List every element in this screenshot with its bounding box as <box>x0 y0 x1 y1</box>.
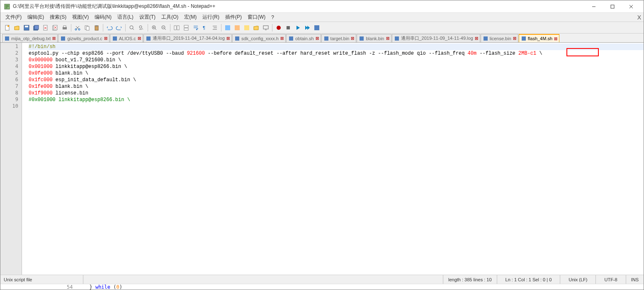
replace-button[interactable] <box>137 23 146 32</box>
maximize-button[interactable] <box>603 1 622 12</box>
tab-close-icon[interactable]: ⊠ <box>554 36 557 41</box>
tab-close-icon[interactable]: ⊠ <box>386 36 389 41</box>
titlebar[interactable]: G:\阿里云平台对接\透传固件\动能世纪调试版\linkkitapp@esp82… <box>0 0 644 13</box>
monitor-button[interactable] <box>261 23 270 32</box>
sync-h-button[interactable] <box>182 23 191 32</box>
tab-close-icon[interactable]: ⊠ <box>280 36 284 41</box>
new-file-button[interactable] <box>3 23 12 32</box>
print-button[interactable] <box>60 23 69 32</box>
tab[interactable]: ALIOS.c⊠ <box>110 34 143 42</box>
tab[interactable]: blank.bin⊠ <box>357 34 391 42</box>
copy-button[interactable] <box>83 23 92 32</box>
menu-window[interactable]: 窗口(W) <box>245 13 268 22</box>
tab-close-icon[interactable]: ⊠ <box>475 36 478 41</box>
tab-close-icon[interactable]: ⊠ <box>138 36 141 41</box>
save-macro-button[interactable] <box>312 23 321 32</box>
toolbar-separator <box>71 24 71 31</box>
tab[interactable]: 通用串口_2019-11-04_17-34-04.log⊠ <box>143 34 232 42</box>
menu-settings[interactable]: 设置(T) <box>137 13 158 22</box>
status-mode[interactable]: INS <box>626 275 644 284</box>
minimize-button[interactable] <box>584 1 603 12</box>
tab-close-icon[interactable]: ⊠ <box>513 36 516 41</box>
folder-button[interactable] <box>252 23 261 32</box>
menu-help[interactable]: ? <box>269 14 277 21</box>
code-content[interactable]: #!/bin/sh esptool.py --chip esp8266 --po… <box>22 43 644 275</box>
tab-close-icon[interactable]: ⊠ <box>351 36 354 41</box>
editor[interactable]: 1 2 3 4 5 6 7 8 9 10 #!/bin/sh esptool.p… <box>0 43 644 275</box>
redo-button[interactable] <box>114 23 124 32</box>
menu-plugins[interactable]: 插件(P) <box>223 13 244 22</box>
svg-rect-26 <box>184 28 188 30</box>
tab[interactable]: target.bin⊠ <box>321 34 357 42</box>
status-position: Ln : 1 Col : 1 Sel : 0 | 0 <box>497 275 560 284</box>
play-multi-button[interactable] <box>303 23 312 32</box>
tab[interactable]: license.bin⊠ <box>481 34 518 42</box>
tab[interactable]: mijia_otp_debug.txt⊠ <box>2 34 58 42</box>
doc-map-button[interactable] <box>233 23 242 32</box>
svg-rect-25 <box>184 25 188 27</box>
line-number: 3 <box>0 57 22 63</box>
menu-run[interactable]: 运行(R) <box>200 13 222 22</box>
status-encoding[interactable]: UTF-8 <box>595 275 625 284</box>
svg-rect-30 <box>244 25 249 30</box>
line-number-gutter: 1 2 3 4 5 6 7 8 9 10 <box>0 43 22 275</box>
func-list-button[interactable] <box>242 23 251 32</box>
undo-button[interactable] <box>105 23 114 32</box>
code-line: 0x1fe000 blank.bin \ <box>29 83 644 90</box>
tab[interactable]: sdk_config_xxxx.h⊠ <box>232 34 286 42</box>
menu-language[interactable]: 语言(L) <box>115 13 136 22</box>
indent-guide-button[interactable] <box>210 23 219 32</box>
window-controls <box>584 1 640 12</box>
save-all-button[interactable] <box>32 23 41 32</box>
tab[interactable]: gizwits_product.c⊠ <box>58 34 109 42</box>
status-eol[interactable]: Unix (LF) <box>560 275 595 284</box>
tabbar: mijia_otp_debug.txt⊠ gizwits_product.c⊠ … <box>0 34 644 43</box>
play-button[interactable] <box>293 23 302 32</box>
svg-text:¶: ¶ <box>203 25 205 30</box>
menu-view[interactable]: 视图(V) <box>70 13 91 22</box>
wrap-button[interactable] <box>191 23 200 32</box>
find-button[interactable] <box>127 23 136 32</box>
menu-macro[interactable]: 宏(M) <box>182 13 199 22</box>
zoom-out-button[interactable] <box>159 23 168 32</box>
zoom-in-button[interactable] <box>150 23 159 32</box>
svg-rect-44 <box>484 36 488 41</box>
menu-file[interactable]: 文件(F) <box>3 13 24 22</box>
show-all-chars-button[interactable]: ¶ <box>201 23 210 32</box>
menubar-close-icon[interactable]: X <box>637 14 641 21</box>
record-button[interactable] <box>274 23 283 32</box>
tab-close-icon[interactable]: ⊠ <box>104 36 107 41</box>
open-file-button[interactable] <box>12 23 22 32</box>
sync-v-button[interactable] <box>172 23 181 32</box>
statusbar: Unix script file length : 385 lines : 10… <box>0 275 644 284</box>
close-button[interactable] <box>622 1 640 12</box>
tab-label: 通用串口_2019-11-09_14-11-49.log <box>401 35 473 41</box>
svg-rect-29 <box>235 25 240 30</box>
paste-button[interactable] <box>92 23 101 32</box>
tab[interactable]: 通用串口_2019-11-09_14-11-49.log⊠ <box>392 34 480 42</box>
window-title: G:\阿里云平台对接\透传固件\动能世纪调试版\linkkitapp@esp82… <box>13 3 584 10</box>
tab-close-icon[interactable]: ⊠ <box>226 36 230 41</box>
tab-active[interactable]: flash_4M.sh⊠ <box>519 34 559 42</box>
svg-rect-7 <box>34 25 39 29</box>
svg-rect-41 <box>324 36 328 41</box>
svg-point-19 <box>130 26 133 29</box>
tab-close-icon[interactable]: ⊠ <box>52 36 56 41</box>
menu-search[interactable]: 搜索(S) <box>47 13 69 22</box>
line-number: 6 <box>0 77 22 83</box>
lang-button[interactable] <box>223 23 232 32</box>
file-icon <box>234 36 240 41</box>
svg-rect-40 <box>289 36 293 41</box>
tab-close-icon[interactable]: ⊠ <box>316 36 319 41</box>
save-button[interactable] <box>22 23 31 32</box>
menu-encoding[interactable]: 编码(N) <box>92 13 114 22</box>
menu-tools[interactable]: 工具(O) <box>159 13 181 22</box>
tab-label: license.bin <box>490 36 511 41</box>
close-file-button[interactable] <box>41 23 50 32</box>
close-all-button[interactable] <box>51 23 60 32</box>
tab[interactable]: obtain.sh⊠ <box>286 34 321 42</box>
menu-edit[interactable]: 编辑(E) <box>25 13 46 22</box>
svg-point-3 <box>7 25 9 27</box>
cut-button[interactable] <box>73 23 82 32</box>
stop-record-button[interactable] <box>284 23 293 32</box>
